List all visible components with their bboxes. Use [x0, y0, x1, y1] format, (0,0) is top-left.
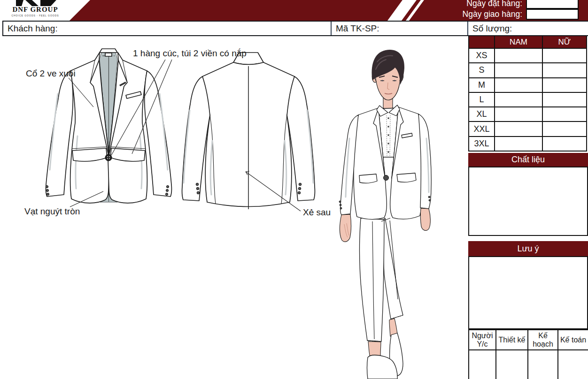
order-date-row: Ngày đặt hàng:	[466, 0, 579, 9]
signature-table: Người Y/c Thiết kế Kế hoạch Kế toán	[468, 329, 588, 379]
signature-cell	[469, 350, 496, 379]
annotation-collar: Cổ 2 ve xuôi	[26, 68, 76, 78]
technical-drawing-area: 1 hàng cúc, túi 2 viền có nắp Cổ 2 ve xu…	[0, 36, 468, 379]
size-quantity-table: NAM NỮ XS S M L XL XXL 3XL	[468, 36, 588, 152]
qty-cell	[495, 122, 543, 136]
signature-cell	[496, 350, 528, 379]
qty-cell	[543, 137, 587, 152]
qty-cell	[495, 137, 543, 152]
accounting-col-header: Kế toán	[558, 330, 588, 350]
size-label: XL	[469, 107, 495, 122]
brand-tagline: CHOICE GOODS - FEEL GOODS	[0, 14, 70, 17]
nam-col-header: NAM	[495, 36, 543, 49]
fashion-figure-illustration	[339, 50, 431, 379]
qty-cell	[543, 122, 587, 136]
requester-col-header: Người Y/c	[469, 330, 496, 350]
signature-cell	[528, 350, 558, 379]
nu-col-header: NỮ	[543, 36, 587, 49]
qty-cell	[543, 93, 587, 107]
delivery-date-input[interactable]	[526, 9, 579, 20]
tech-pack-sheet: Ngày đặt hàng: Ngày giao hàng: DNF GROUP…	[0, 0, 588, 379]
product-code-field[interactable]: Mã TK-SP:	[332, 22, 468, 35]
qty-cell	[543, 63, 587, 78]
signature-cell	[558, 350, 588, 379]
delivery-date-label: Ngày giao hàng:	[463, 9, 522, 19]
size-label: XXL	[469, 122, 495, 136]
qty-cell	[543, 107, 587, 122]
order-date-label: Ngày đặt hàng:	[466, 0, 522, 8]
order-header-row: Khách hàng: Mã TK-SP: Số lượng:	[2, 21, 588, 36]
customer-field[interactable]: Khách hàng:	[3, 22, 332, 35]
qty-cell	[543, 49, 587, 63]
top-bar: Ngày đặt hàng: Ngày giao hàng: DNF GROUP…	[0, 0, 588, 21]
brand-name: DNF GROUP	[0, 6, 70, 14]
jacket-back-view-drawing	[182, 53, 315, 209]
annotation-back-vent: Xẻ sau	[303, 207, 331, 217]
delivery-date-row: Ngày giao hàng:	[463, 9, 579, 20]
annotation-buttons-pockets: 1 hàng cúc, túi 2 viền có nắp	[133, 48, 247, 58]
qty-cell	[495, 107, 543, 122]
material-section-header: Chất liệu	[468, 153, 588, 167]
size-label: 3XL	[469, 137, 495, 152]
qty-cell	[495, 63, 543, 78]
size-label: M	[469, 78, 495, 93]
planning-col-header: Kế hoạch	[528, 330, 558, 350]
qty-cell	[495, 78, 543, 93]
material-content-box[interactable]	[468, 167, 588, 236]
quantity-label: Số lượng:	[468, 22, 588, 35]
annotation-hem: Vạt nguýt tròn	[24, 206, 80, 216]
size-label: S	[469, 63, 495, 78]
size-label: XS	[469, 49, 495, 63]
size-label: L	[469, 93, 495, 107]
qty-cell	[495, 93, 543, 107]
qty-cell	[495, 49, 543, 63]
qty-cell	[543, 78, 587, 93]
diagonal-stripe-wide	[387, 0, 417, 21]
designer-col-header: Thiết kế	[496, 330, 528, 350]
order-date-input[interactable]	[526, 0, 579, 9]
notes-content-box[interactable]	[468, 256, 588, 329]
notes-section-header: Lưu ý	[468, 241, 588, 256]
size-col-header	[469, 36, 495, 49]
brand-logo: DNF GROUP CHOICE GOODS - FEEL GOODS	[0, 0, 90, 21]
